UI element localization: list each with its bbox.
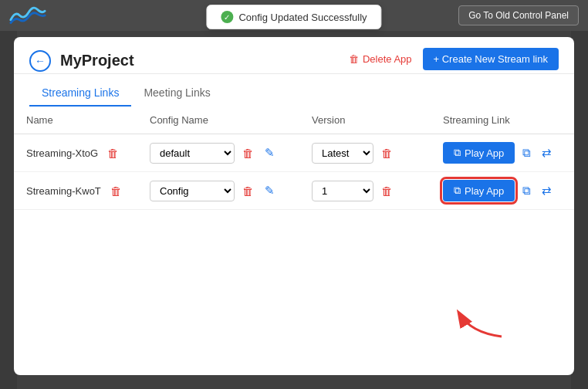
- row2-config-cell: default Config 🗑 ✎: [137, 172, 299, 210]
- tab-meeting-links[interactable]: Meeting Links: [131, 80, 222, 107]
- header-actions: 🗑 Delete App + Create New Stream link: [349, 48, 559, 73]
- row1-name-cell: Streaming-XtoG 🗑: [14, 134, 137, 172]
- row2-version-delete-button[interactable]: 🗑: [378, 183, 396, 199]
- go-to-old-panel-button[interactable]: Go To Old Control Panel: [458, 5, 579, 25]
- back-button[interactable]: ←: [29, 50, 51, 72]
- modal-title-area: ← MyProject: [29, 50, 134, 72]
- row1-config-select[interactable]: default Config: [150, 143, 235, 164]
- tab-streaming-links[interactable]: Streaming Links: [29, 80, 131, 107]
- logo: [9, 5, 46, 26]
- trash-icon: 🗑: [349, 53, 359, 65]
- row2-play-app-button[interactable]: ⧉ Play App: [443, 180, 515, 201]
- row2-config-delete-button[interactable]: 🗑: [239, 183, 257, 199]
- success-toast: ✓ Config Updated Successfully: [206, 5, 381, 29]
- col-header-name: Name: [14, 107, 137, 134]
- row1-name: Streaming-XtoG: [26, 147, 98, 159]
- row2-stream-actions: ⧉ Play App ⧉ ⇄: [443, 180, 562, 201]
- row1-stream-actions: ⧉ Play App ⧉ ⇄: [443, 142, 562, 164]
- row2-delete-button[interactable]: 🗑: [107, 183, 125, 199]
- row2-config-select[interactable]: default Config: [150, 181, 235, 201]
- streaming-links-table: Name Config Name Version Streaming Link …: [14, 107, 574, 210]
- row1-copy-button[interactable]: ⧉: [519, 144, 534, 161]
- row2-version-select[interactable]: Latest 1: [312, 181, 373, 201]
- table-row: Streaming-XtoG 🗑 default Config 🗑 ✎: [14, 134, 574, 172]
- row2-version-cell: Latest 1 🗑: [299, 172, 431, 210]
- row1-share-button[interactable]: ⇄: [539, 144, 555, 161]
- modal-header: ← MyProject 🗑 Delete App + Create New St…: [14, 37, 574, 74]
- row1-config-wrap: default Config 🗑 ✎: [150, 143, 287, 164]
- col-header-version: Version: [299, 107, 431, 134]
- row2-share-button[interactable]: ⇄: [539, 182, 555, 199]
- row1-version-select[interactable]: Latest 1: [312, 143, 373, 164]
- table-row: Streaming-KwoT 🗑 default Config 🗑 ✎: [14, 172, 574, 210]
- toast-message: Config Updated Successfully: [238, 12, 367, 23]
- row1-version-wrap: Latest 1 🗑: [312, 143, 418, 164]
- project-name: MyProject: [60, 52, 134, 69]
- row1-config-cell: default Config 🗑 ✎: [137, 134, 299, 172]
- create-stream-button[interactable]: + Create New Stream link: [423, 48, 559, 70]
- row2-name-cell: Streaming-KwoT 🗑: [14, 172, 137, 210]
- row2-version-wrap: Latest 1 🗑: [312, 181, 418, 201]
- row2-streaming-cell: ⧉ Play App ⧉ ⇄: [431, 172, 574, 210]
- row2-config-wrap: default Config 🗑 ✎: [150, 181, 287, 201]
- row2-name: Streaming-KwoT: [26, 185, 101, 197]
- play-icon: ⧉: [454, 147, 461, 159]
- col-header-config: Config Name: [137, 107, 299, 134]
- row2-copy-button[interactable]: ⧉: [519, 182, 534, 199]
- row1-delete-button[interactable]: 🗑: [104, 145, 122, 161]
- delete-app-button[interactable]: 🗑 Delete App: [349, 53, 412, 65]
- table-area: Name Config Name Version Streaming Link …: [14, 107, 574, 375]
- row1-version-delete-button[interactable]: 🗑: [378, 145, 396, 161]
- row1-version-cell: Latest 1 🗑: [299, 134, 431, 172]
- tabs: Streaming Links Meeting Links: [14, 80, 574, 107]
- play-icon-2: ⧉: [454, 184, 461, 197]
- row2-config-edit-button[interactable]: ✎: [262, 182, 278, 199]
- row1-streaming-cell: ⧉ Play App ⧉ ⇄: [431, 134, 574, 172]
- table-header-row: Name Config Name Version Streaming Link: [14, 107, 574, 134]
- row1-config-delete-button[interactable]: 🗑: [239, 145, 257, 161]
- col-header-streaming: Streaming Link: [431, 107, 574, 134]
- row1-play-app-button[interactable]: ⧉ Play App: [443, 142, 515, 164]
- success-check-icon: ✓: [221, 11, 233, 23]
- row1-config-edit-button[interactable]: ✎: [262, 144, 278, 161]
- modal: ← MyProject 🗑 Delete App + Create New St…: [14, 37, 574, 375]
